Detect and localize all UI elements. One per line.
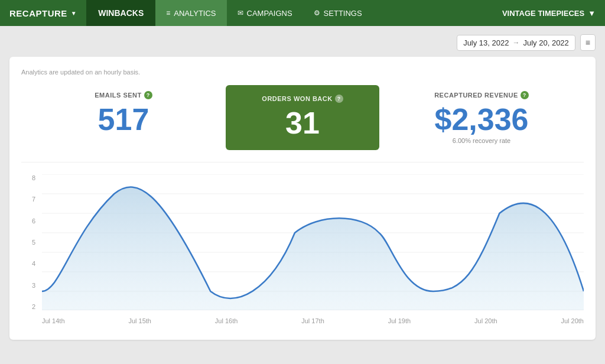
stats-row: EMAILS SENT ? 517 ORDERS WON BACK ? 31 R… <box>21 85 584 162</box>
date-end: July 20, 2022 <box>523 38 568 47</box>
y-label-8: 8 <box>32 174 35 181</box>
orders-won-back-help[interactable]: ? <box>335 95 343 103</box>
brand-logo[interactable]: RECAPTURE ▼ <box>0 0 86 26</box>
chart-x-labels: Jul 14th Jul 15th Jul 16th Jul 17th Jul … <box>42 313 584 328</box>
settings-label: SETTINGS <box>324 9 362 18</box>
recaptured-revenue-label: RECAPTURED REVENUE ? <box>434 91 529 99</box>
store-chevron: ▼ <box>588 9 596 18</box>
recaptured-revenue-sub: 6.00% recovery rate <box>453 137 510 144</box>
x-label-jul15: Jul 15th <box>128 317 151 324</box>
main-content: July 13, 2022 → July 20, 2022 ≡ Analytic… <box>0 26 605 348</box>
date-start: July 13, 2022 <box>463 38 509 47</box>
brand-label: RECAPTURE <box>9 8 67 18</box>
y-label-2: 2 <box>32 303 35 310</box>
analytics-label: ANALYTICS <box>174 9 216 18</box>
y-label-6: 6 <box>32 217 35 225</box>
settings-icon: ⚙ <box>314 9 320 17</box>
chart-svg-container <box>42 174 584 310</box>
date-range-picker[interactable]: July 13, 2022 → July 20, 2022 <box>457 35 575 51</box>
chart-area-fill <box>42 187 584 310</box>
nav-analytics[interactable]: ≡ ANALYTICS <box>155 0 226 26</box>
x-label-jul20b: Jul 20th <box>561 317 584 324</box>
orders-won-back-value: 31 <box>285 108 320 138</box>
store-name: VINTAGE TIMEPIECES <box>502 9 584 18</box>
x-label-jul17: Jul 17th <box>301 317 324 324</box>
recaptured-revenue-help[interactable]: ? <box>521 91 529 99</box>
date-range-row: July 13, 2022 → July 20, 2022 ≡ <box>9 34 596 51</box>
stat-emails-sent: EMAILS SENT ? 517 <box>21 85 226 150</box>
recaptured-revenue-value: $2,336 <box>434 104 528 135</box>
campaigns-icon: ✉ <box>238 9 243 17</box>
stat-orders-won-back: ORDERS WON BACK ? 31 <box>226 85 379 150</box>
campaigns-label: CAMPAIGNS <box>247 9 292 18</box>
y-label-4: 4 <box>32 260 35 267</box>
nav-winbacks[interactable]: WINBACKS <box>86 0 155 26</box>
analytics-icon: ≡ <box>166 9 170 17</box>
analytics-card: Analytics are updated on an hourly basis… <box>9 57 596 340</box>
x-label-jul16: Jul 16th <box>215 317 238 324</box>
emails-sent-help[interactable]: ? <box>144 91 152 99</box>
x-label-jul14: Jul 14th <box>42 317 65 324</box>
emails-sent-value: 517 <box>98 104 149 135</box>
filter-button[interactable]: ≡ <box>580 34 596 51</box>
chart-y-labels: 8 7 6 5 4 3 2 <box>21 174 39 310</box>
brand-chevron: ▼ <box>71 10 77 17</box>
nav-settings[interactable]: ⚙ SETTINGS <box>303 0 373 26</box>
top-navigation: RECAPTURE ▼ WINBACKS ≡ ANALYTICS ✉ CAMPA… <box>0 0 605 26</box>
stat-recaptured-revenue: RECAPTURED REVENUE ? $2,336 6.00% recove… <box>379 85 584 150</box>
analytics-note: Analytics are updated on an hourly basis… <box>21 69 584 76</box>
y-label-5: 5 <box>32 239 35 246</box>
y-label-7: 7 <box>32 196 35 203</box>
y-label-3: 3 <box>32 282 35 289</box>
emails-sent-label: EMAILS SENT ? <box>95 91 152 99</box>
winbacks-label: WINBACKS <box>98 8 144 18</box>
date-separator: → <box>512 38 519 47</box>
x-label-jul20a: Jul 20th <box>474 317 497 324</box>
x-label-jul19: Jul 19th <box>388 317 411 324</box>
chart-svg <box>42 174 584 310</box>
orders-won-back-label: ORDERS WON BACK ? <box>262 95 343 103</box>
store-selector[interactable]: VINTAGE TIMEPIECES ▼ <box>493 0 605 26</box>
chart-area: 8 7 6 5 4 3 2 <box>21 174 584 328</box>
nav-campaigns[interactable]: ✉ CAMPAIGNS <box>227 0 303 26</box>
